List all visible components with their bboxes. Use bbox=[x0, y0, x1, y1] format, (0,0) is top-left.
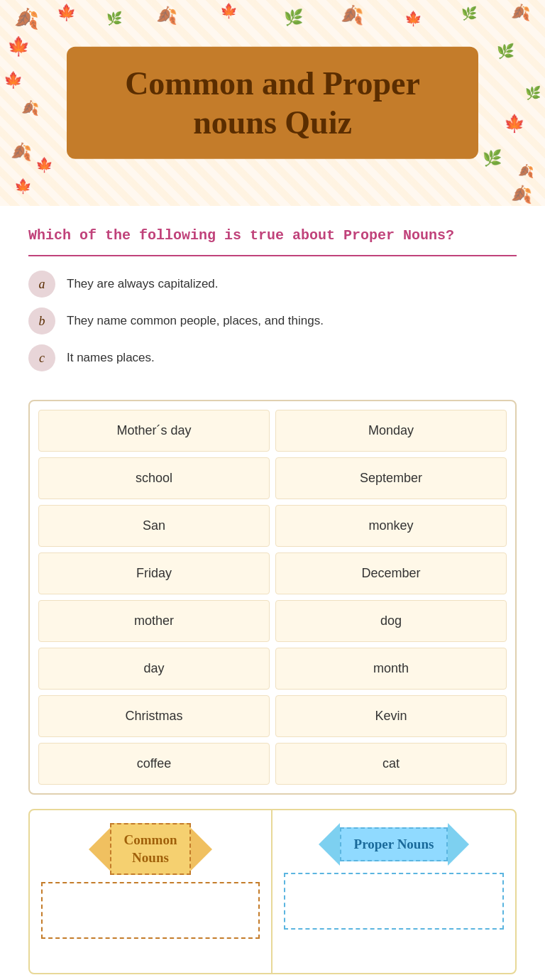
word-cell[interactable]: dog bbox=[275, 600, 507, 642]
word-cell[interactable]: San bbox=[38, 505, 270, 547]
leaf-decor: 🌿 bbox=[483, 149, 502, 168]
option-row-c[interactable]: c It names places. bbox=[28, 344, 517, 371]
leaf-decor: 🍁 bbox=[7, 36, 30, 58]
leaf-decor: 🍂 bbox=[511, 4, 530, 22]
proper-arrow-left bbox=[319, 823, 340, 866]
quiz-section: Which of the following is true about Pro… bbox=[0, 206, 545, 379]
leaf-decor: 🍁 bbox=[404, 10, 422, 27]
leaf-decor: 🍂 bbox=[21, 99, 39, 116]
word-cell[interactable]: day bbox=[38, 648, 270, 690]
leaf-decor: 🍁 bbox=[4, 71, 23, 89]
word-cell[interactable]: month bbox=[275, 648, 507, 690]
word-cell[interactable]: Friday bbox=[38, 552, 270, 594]
leaf-decor: 🌿 bbox=[106, 11, 122, 26]
leaf-decor: 🍁 bbox=[504, 114, 525, 134]
leaf-decor: 🌿 bbox=[461, 6, 477, 21]
word-grid-container: Mother´s day Monday school September San… bbox=[28, 400, 517, 795]
option-letter-a: a bbox=[28, 271, 55, 298]
option-text-b: They name common people, places, and thi… bbox=[67, 314, 324, 328]
word-cell[interactable]: Monday bbox=[275, 410, 507, 452]
title-box: Common and Proper nouns Quiz bbox=[67, 47, 478, 159]
leaf-decor: 🍁 bbox=[14, 178, 32, 195]
common-nouns-drop-zone[interactable] bbox=[41, 882, 260, 939]
leaf-decor: 🍂 bbox=[341, 4, 363, 26]
word-cell[interactable]: Kevin bbox=[275, 695, 507, 737]
word-cell[interactable]: cat bbox=[275, 743, 507, 785]
word-cell[interactable]: December bbox=[275, 552, 507, 594]
option-text-c: It names places. bbox=[67, 351, 155, 365]
option-letter-b: b bbox=[28, 307, 55, 334]
option-text-a: They are always capitalized. bbox=[67, 277, 219, 291]
page-title: Common and Proper nouns Quiz bbox=[95, 64, 450, 142]
divider bbox=[28, 255, 517, 256]
proper-nouns-drop-zone[interactable] bbox=[284, 873, 504, 930]
leaf-decor: 🍂 bbox=[156, 6, 177, 26]
leaf-decor: 🍁 bbox=[220, 2, 238, 19]
leaf-decor: 🍂 bbox=[518, 163, 534, 179]
word-cell[interactable]: September bbox=[275, 457, 507, 499]
option-letter-c: c bbox=[28, 344, 55, 371]
option-row-a[interactable]: a They are always capitalized. bbox=[28, 271, 517, 298]
common-nouns-column: CommonNouns bbox=[30, 810, 272, 973]
common-nouns-label: CommonNouns bbox=[110, 823, 192, 875]
word-cell[interactable]: school bbox=[38, 457, 270, 499]
leaf-decor: 🍂 bbox=[511, 185, 532, 205]
word-grid: Mother´s day Monday school September San… bbox=[38, 410, 507, 785]
common-nouns-banner: CommonNouns bbox=[37, 823, 264, 875]
quiz-question: Which of the following is true about Pro… bbox=[28, 227, 517, 244]
leaf-decor: 🍁 bbox=[35, 156, 53, 173]
word-cell[interactable]: monkey bbox=[275, 505, 507, 547]
option-row-b[interactable]: b They name common people, places, and t… bbox=[28, 307, 517, 334]
leaf-decor: 🌿 bbox=[497, 43, 514, 60]
common-arrow-right bbox=[191, 828, 212, 871]
word-cell[interactable]: mother bbox=[38, 600, 270, 642]
proper-nouns-banner: Proper Nouns bbox=[280, 823, 508, 866]
options-list: a They are always capitalized. b They na… bbox=[28, 271, 517, 371]
proper-nouns-column: Proper Nouns bbox=[272, 810, 515, 973]
leaf-decor: 🍂 bbox=[11, 142, 32, 162]
leaf-decor: 🍁 bbox=[57, 4, 76, 22]
sort-container: CommonNouns Proper Nouns bbox=[28, 809, 517, 974]
leaf-decor: 🍂 bbox=[14, 7, 39, 31]
word-cell[interactable]: Christmas bbox=[38, 695, 270, 737]
proper-arrow-right bbox=[448, 823, 469, 866]
header-section: 🍂 🍁 🌿 🍂 🍁 🌿 🍂 🍁 🌿 🍂 🍁 🌿 🍂 🍁 🌿 🍂 🍁 🍂 🍁 🌿 … bbox=[0, 0, 545, 206]
word-cell[interactable]: Mother´s day bbox=[38, 410, 270, 452]
word-cell[interactable]: coffee bbox=[38, 743, 270, 785]
leaf-decor: 🌿 bbox=[284, 9, 303, 27]
proper-nouns-label: Proper Nouns bbox=[340, 827, 448, 862]
leaf-decor: 🌿 bbox=[525, 85, 541, 101]
common-arrow-left bbox=[89, 828, 110, 871]
